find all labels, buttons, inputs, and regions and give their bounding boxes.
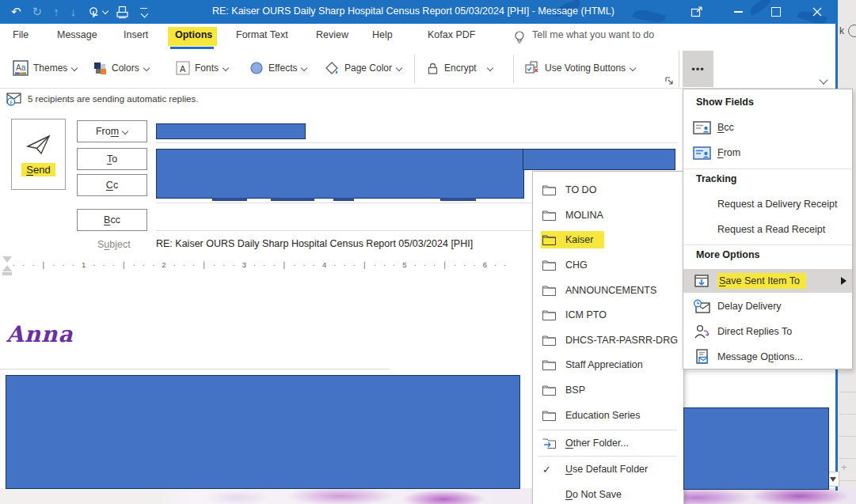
redaction-fragment (271, 198, 314, 201)
tab-message[interactable]: Message (57, 29, 97, 40)
save-sent-item-icon (692, 274, 711, 289)
use-voting-buttons-button[interactable]: Use Voting Buttons (524, 57, 636, 79)
chevron-down-icon (123, 127, 128, 133)
info-bar-text: 5 recipients are sending automatic repli… (28, 94, 198, 104)
left-indent-marker[interactable] (2, 272, 12, 275)
colors-button[interactable]: Colors (93, 57, 150, 79)
first-line-indent-marker[interactable] (2, 256, 12, 263)
folder-icon (542, 335, 556, 346)
folder-icon (542, 385, 556, 396)
menu-item-staff-appreciation[interactable]: Staff Appreciation (533, 353, 682, 377)
lightbulb-icon (513, 30, 526, 44)
menu-item-to-do[interactable]: TO DO (533, 178, 682, 202)
menu-item-delay-delivery[interactable]: Delay Delivery (683, 295, 852, 317)
menu-item-dhcs[interactable]: DHCS-TAR-PASRR-DRG (533, 328, 682, 352)
chevron-down-icon (144, 64, 150, 70)
tab-format-text[interactable]: Format Text (236, 29, 288, 40)
submenu-arrow-icon (841, 277, 846, 285)
page-color-button[interactable]: Page Color (325, 57, 402, 79)
encrypt-label: Encrypt (444, 63, 477, 74)
move-down-icon[interactable]: ↓ (70, 0, 77, 24)
fonts-button[interactable]: A Fonts (176, 57, 229, 79)
send-button[interactable]: Send (11, 119, 66, 190)
show-fields-header: Show Fields (696, 97, 754, 108)
ribbon-group-separator (513, 55, 514, 83)
signature-text: Anna (6, 321, 74, 347)
tab-file[interactable]: File (13, 29, 29, 40)
touch-mode-icon[interactable] (87, 6, 101, 19)
tab-review[interactable]: Review (316, 29, 348, 40)
tab-help[interactable]: Help (372, 29, 393, 40)
effects-label: Effects (268, 63, 297, 74)
menu-item-chg[interactable]: CHG (533, 253, 682, 277)
menu-item-save-sent-item-to[interactable]: Save Sent Item To (683, 269, 852, 293)
kaiser-highlight: Kaiser (541, 231, 604, 248)
chevron-down-icon (223, 64, 229, 70)
hanging-indent-marker[interactable] (2, 265, 12, 271)
collapse-ribbon-icon[interactable] (820, 72, 827, 86)
other-folder-icon (542, 438, 556, 449)
encrypt-button[interactable]: Encrypt (426, 57, 493, 79)
redacted-recipients-right (523, 149, 675, 170)
tab-options[interactable]: Options (175, 29, 212, 40)
delay-delivery-icon (692, 299, 711, 314)
to-button[interactable]: To (77, 148, 147, 170)
chevron-down-icon (630, 64, 636, 70)
more-commands-menu: Show Fields Bcc From Tracking Request a … (683, 89, 853, 369)
redo-icon[interactable]: ↻ (32, 0, 43, 24)
auto-reply-envelope-icon: i (6, 93, 23, 106)
move-up-icon[interactable]: ↑ (53, 0, 59, 24)
subject-value[interactable]: RE: Kaiser OURS Daily Sharp Hospital Cen… (156, 238, 473, 249)
menu-item-announcements[interactable]: ANNOUNCEMENTS (533, 279, 682, 302)
menu-separator (538, 456, 677, 457)
page-color-label: Page Color (344, 63, 392, 74)
chevron-down-icon (302, 64, 307, 70)
popout-icon[interactable] (681, 0, 713, 24)
menu-item-use-default-folder[interactable]: ✓ Use Default Folder (533, 457, 682, 481)
voting-label: Use Voting Buttons (545, 63, 626, 74)
menu-item-delivery-receipt[interactable]: Request a Delivery Receipt (683, 193, 852, 215)
minimize-button[interactable] (722, 0, 754, 24)
voting-buttons-icon (524, 61, 540, 75)
checkmark-icon: ✓ (542, 464, 556, 476)
save-sent-item-submenu: TO DO MOLINA Kaiser CHG ANNOUNCEMENTS IC… (532, 171, 684, 504)
undo-icon[interactable]: ↶ (11, 0, 21, 24)
themes-button[interactable]: Aa Themes (13, 57, 78, 79)
qat-customize-icon[interactable] (140, 7, 148, 17)
menu-item-bcc[interactable]: Bcc (683, 116, 852, 138)
menu-item-do-not-save[interactable]: Do Not Save (533, 483, 682, 504)
touch-mode-dropdown-icon[interactable] (103, 9, 109, 15)
folder-icon (542, 309, 556, 320)
signature-flower-image (0, 488, 856, 504)
options-tab-underline (170, 47, 214, 49)
close-button[interactable] (801, 0, 833, 24)
outlook-message-window: k + ↶ ↻ ↑ ↓ RE: Kaiser OURS Daily Sharp … (0, 0, 856, 504)
menu-item-from[interactable]: From (683, 142, 852, 164)
tab-kofax-pdf[interactable]: Kofax PDF (428, 29, 475, 40)
menu-item-read-receipt[interactable]: Request a Read Receipt (683, 218, 852, 241)
bcc-field-icon (692, 120, 711, 135)
ruler[interactable]: · · · ∣ · · · 1 · · · ∣ · · · 2 · · · ∣ … (13, 258, 523, 272)
redacted-recipients (156, 149, 524, 199)
print-preview-icon[interactable] (116, 6, 129, 19)
title-bar: ↶ ↻ ↑ ↓ RE: Kaiser OURS Daily Sharp Hosp… (0, 0, 838, 24)
menu-item-direct-replies-to[interactable]: Direct Replies To (683, 320, 852, 343)
bcc-button[interactable]: Bcc (77, 209, 147, 231)
ribbon-overflow-button[interactable]: ••• (683, 51, 713, 87)
from-button[interactable]: From (77, 120, 147, 142)
cc-button[interactable]: Cc (77, 174, 147, 196)
dialog-launcher-icon[interactable] (665, 77, 674, 85)
redaction-fragment (333, 198, 354, 201)
menu-item-education-series[interactable]: Education Series (533, 404, 682, 427)
tell-me-box[interactable]: Tell me what you want to do (532, 29, 654, 40)
menu-item-icm-pto[interactable]: ICM PTO (533, 303, 682, 327)
menu-item-other-folder[interactable]: Other Folder... (533, 431, 682, 455)
tab-insert[interactable]: Insert (124, 29, 148, 40)
effects-button[interactable]: Effects (249, 57, 307, 79)
menu-item-kaiser[interactable]: Kaiser (533, 228, 682, 252)
menu-item-bsp[interactable]: BSP (533, 378, 682, 402)
svg-text:A: A (180, 64, 186, 74)
maximize-button[interactable] (760, 0, 792, 24)
menu-item-molina[interactable]: MOLINA (533, 203, 682, 227)
menu-item-message-options[interactable]: Message Options... (683, 346, 852, 368)
